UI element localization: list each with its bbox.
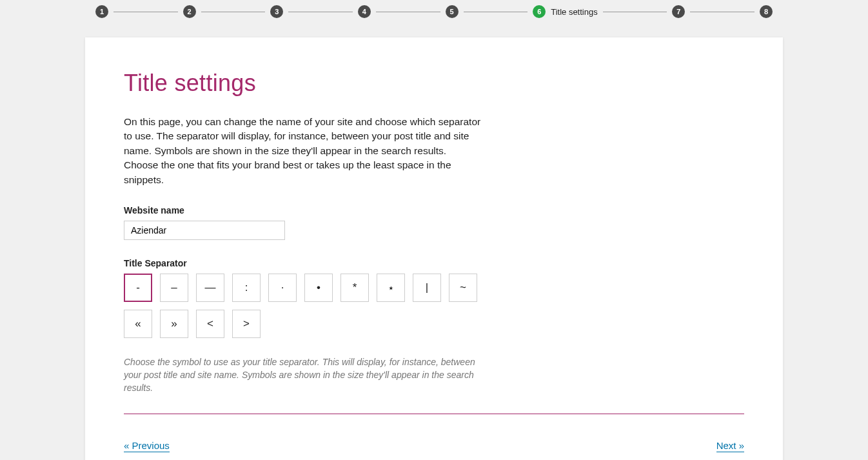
separator-option-8[interactable]: | [413, 274, 441, 302]
step-8[interactable]: 8 [760, 5, 773, 18]
step-circle-7: 7 [672, 5, 685, 18]
section-divider [124, 414, 744, 414]
separator-option-3[interactable]: : [232, 274, 261, 302]
step-5[interactable]: 5 [446, 5, 459, 18]
step-3[interactable]: 3 [270, 5, 283, 18]
step-connector [603, 12, 667, 12]
wizard-stepper: 123456Title settings78 [0, 0, 868, 18]
step-connector [464, 12, 528, 12]
separator-option-5[interactable]: • [304, 274, 333, 302]
previous-link[interactable]: « Previous [124, 440, 170, 452]
step-connector [201, 12, 266, 12]
step-circle-1: 1 [95, 5, 108, 18]
step-2[interactable]: 2 [183, 5, 196, 18]
step-circle-6: 6 [533, 5, 546, 18]
step-connector [376, 12, 440, 12]
separator-option-0[interactable]: - [124, 274, 152, 302]
step-connector [113, 12, 178, 12]
separator-option-4[interactable]: · [268, 274, 297, 302]
step-1[interactable]: 1 [95, 5, 108, 18]
step-connector [288, 12, 353, 12]
separator-option-2[interactable]: — [196, 274, 224, 302]
step-label-6: Title settings [551, 7, 598, 17]
intro-text: On this page, you can change the name of… [124, 115, 482, 187]
separator-option-11[interactable]: » [160, 310, 188, 338]
step-circle-3: 3 [270, 5, 283, 18]
separator-option-10[interactable]: « [124, 310, 152, 338]
page-title: Title settings [124, 70, 744, 97]
separator-option-13[interactable]: > [232, 310, 261, 338]
step-circle-2: 2 [183, 5, 196, 18]
next-link[interactable]: Next » [716, 440, 744, 452]
separator-option-7[interactable]: ⋆ [377, 274, 405, 302]
separator-option-1[interactable]: – [160, 274, 188, 302]
separator-option-9[interactable]: ~ [449, 274, 477, 302]
website-name-input[interactable] [124, 221, 285, 240]
separator-grid: -–—:·•*⋆|~«»<> [124, 274, 485, 338]
step-connector [690, 12, 755, 12]
separator-option-6[interactable]: * [340, 274, 369, 302]
nav-row: « Previous Next » [124, 440, 744, 452]
title-separator-label: Title Separator [124, 258, 744, 268]
separator-option-12[interactable]: < [196, 310, 224, 338]
step-circle-5: 5 [446, 5, 459, 18]
settings-card: Title settings On this page, you can cha… [85, 37, 783, 460]
step-circle-4: 4 [358, 5, 371, 18]
step-7[interactable]: 7 [672, 5, 685, 18]
step-circle-8: 8 [760, 5, 773, 18]
separator-hint: Choose the symbol to use as your title s… [124, 356, 485, 394]
step-4[interactable]: 4 [358, 5, 371, 18]
step-6[interactable]: 6Title settings [533, 5, 598, 18]
website-name-label: Website name [124, 205, 744, 215]
